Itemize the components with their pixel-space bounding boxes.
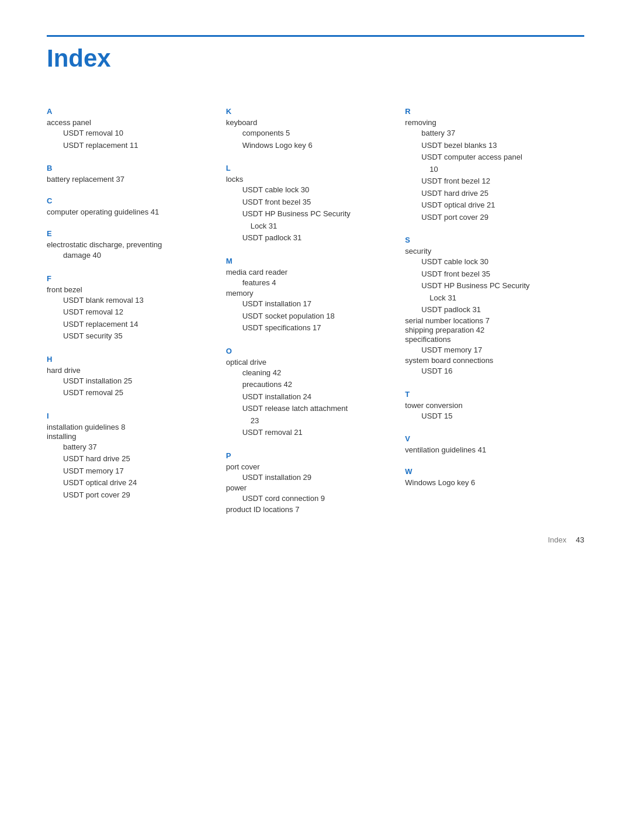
index-entry: 10 <box>405 164 567 175</box>
index-entry: USDT removal 12 <box>47 306 209 318</box>
index-entry: USDT removal 10 <box>47 127 209 139</box>
index-entry: serial number locations 7 <box>405 316 567 325</box>
index-entry: USDT port cover 29 <box>47 489 209 501</box>
index-col-2: Kkeyboardcomponents 5Windows Logo key 6L… <box>226 107 405 527</box>
section-letter: R <box>405 107 567 116</box>
index-entry: computer operating guidelines 41 <box>47 208 209 216</box>
index-entry: power <box>226 483 388 492</box>
index-col-3: Rremovingbattery 37USDT bezel blanks 13U… <box>405 107 584 500</box>
index-section: SsecurityUSDT cable lock 30USDT front be… <box>405 236 567 377</box>
index-entry: USDT installation 17 <box>226 298 388 310</box>
section-letter: S <box>405 236 567 244</box>
index-entry: USDT specifications 17 <box>226 322 388 334</box>
index-entry: locks <box>226 175 388 184</box>
section-letter: K <box>226 107 388 116</box>
footer-area: Index 43 <box>548 535 584 544</box>
index-entry: USDT security 35 <box>47 330 209 342</box>
section-letter: F <box>47 274 209 283</box>
index-entry: USDT cable lock 30 <box>405 256 567 268</box>
index-entry: USDT hard drive 25 <box>47 453 209 465</box>
index-entry: Lock 31 <box>226 220 388 232</box>
index-entry: USDT HP Business PC Security <box>405 280 567 292</box>
index-entry: USDT installation 25 <box>47 375 209 387</box>
index-section: Ttower conversionUSDT 15 <box>405 390 567 422</box>
section-letter: C <box>47 196 209 205</box>
section-letter: V <box>405 434 567 443</box>
index-entry: cleaning 42 <box>226 367 388 379</box>
index-entry: USDT 15 <box>405 410 567 422</box>
index-entry: USDT front bezel 35 <box>226 196 388 208</box>
index-entry: USDT HP Business PC Security <box>226 208 388 220</box>
index-section: WWindows Logo key 6 <box>405 467 567 487</box>
index-entry: electrostatic discharge, preventing <box>47 240 209 249</box>
index-entry: installation guidelines 8 <box>47 423 209 431</box>
index-entry: USDT cord connection 9 <box>226 493 388 504</box>
section-letter: B <box>47 164 209 172</box>
index-entry: media card reader <box>226 268 388 276</box>
index-entry: USDT optical drive 21 <box>405 199 567 211</box>
index-entry: USDT replacement 11 <box>47 140 209 151</box>
index-entry: front bezel <box>47 285 209 294</box>
index-section: Pport coverUSDT installation 29powerUSDT… <box>226 451 388 514</box>
index-section: Hhard driveUSDT installation 25USDT remo… <box>47 355 209 399</box>
index-entry: USDT padlock 31 <box>405 304 567 316</box>
section-letter: A <box>47 107 209 116</box>
section-letter: I <box>47 412 209 420</box>
index-entry: memory <box>226 289 388 298</box>
index-entry: installing <box>47 432 209 441</box>
section-letter: E <box>47 229 209 238</box>
section-letter: M <box>226 257 388 265</box>
index-columns: Aaccess panelUSDT removal 10USDT replace… <box>47 107 584 527</box>
index-entry: keyboard <box>226 118 388 127</box>
index-section: Vventilation guidelines 41 <box>405 434 567 454</box>
index-entry: USDT replacement 14 <box>47 319 209 330</box>
index-entry: USDT removal 25 <box>47 387 209 399</box>
section-letter: P <box>226 451 388 460</box>
index-section: Iinstallation guidelines 8installingbatt… <box>47 412 209 501</box>
index-entry: 23 <box>226 415 388 427</box>
index-entry: USDT cable lock 30 <box>226 184 388 196</box>
page-container: Index Aaccess panelUSDT removal 10USDT r… <box>0 0 631 573</box>
index-entry: access panel <box>47 118 209 127</box>
index-entry: components 5 <box>226 127 388 139</box>
index-entry: battery 37 <box>47 441 209 453</box>
index-entry: USDT installation 29 <box>226 472 388 483</box>
index-entry: USDT front bezel 35 <box>405 268 567 280</box>
index-entry: removing <box>405 118 567 127</box>
index-section: Bbattery replacement 37 <box>47 164 209 184</box>
section-letter: H <box>47 355 209 364</box>
page-title: Index <box>47 45 584 72</box>
section-letter: L <box>226 164 388 172</box>
index-entry: features 4 <box>226 277 388 289</box>
footer-label: Index <box>548 535 567 544</box>
index-entry: Windows Logo key 6 <box>405 478 567 487</box>
index-entry: hard drive <box>47 366 209 375</box>
index-entry: specifications <box>405 335 567 344</box>
index-entry: Lock 31 <box>405 292 567 304</box>
index-section: Aaccess panelUSDT removal 10USDT replace… <box>47 107 209 151</box>
index-entry: USDT socket population 18 <box>226 310 388 322</box>
index-section: Ffront bezelUSDT blank removal 13USDT re… <box>47 274 209 342</box>
index-entry: USDT memory 17 <box>405 344 567 356</box>
index-entry: USDT computer access panel <box>405 151 567 163</box>
index-section: LlocksUSDT cable lock 30USDT front bezel… <box>226 164 388 244</box>
index-section: Eelectrostatic discharge, preventingdama… <box>47 229 209 261</box>
index-entry: system board connections <box>405 356 567 365</box>
index-entry: USDT installation 24 <box>226 391 388 403</box>
index-entry: ventilation guidelines 41 <box>405 445 567 454</box>
index-entry: optical drive <box>226 358 388 367</box>
index-entry: USDT blank removal 13 <box>47 295 209 306</box>
index-entry: product ID locations 7 <box>226 505 388 514</box>
index-section: Rremovingbattery 37USDT bezel blanks 13U… <box>405 107 567 223</box>
index-entry: USDT bezel blanks 13 <box>405 140 567 151</box>
index-entry: Windows Logo key 6 <box>226 140 388 151</box>
index-entry: USDT hard drive 25 <box>405 188 567 199</box>
index-section: Ccomputer operating guidelines 41 <box>47 196 209 216</box>
index-entry: damage 40 <box>47 250 209 261</box>
index-entry: USDT memory 17 <box>47 465 209 477</box>
index-entry: USDT padlock 31 <box>226 232 388 244</box>
index-section: Kkeyboardcomponents 5Windows Logo key 6 <box>226 107 388 151</box>
index-entry: USDT release latch attachment <box>226 403 388 414</box>
index-entry: USDT 16 <box>405 365 567 377</box>
index-section: Mmedia card readerfeatures 4memoryUSDT i… <box>226 257 388 334</box>
